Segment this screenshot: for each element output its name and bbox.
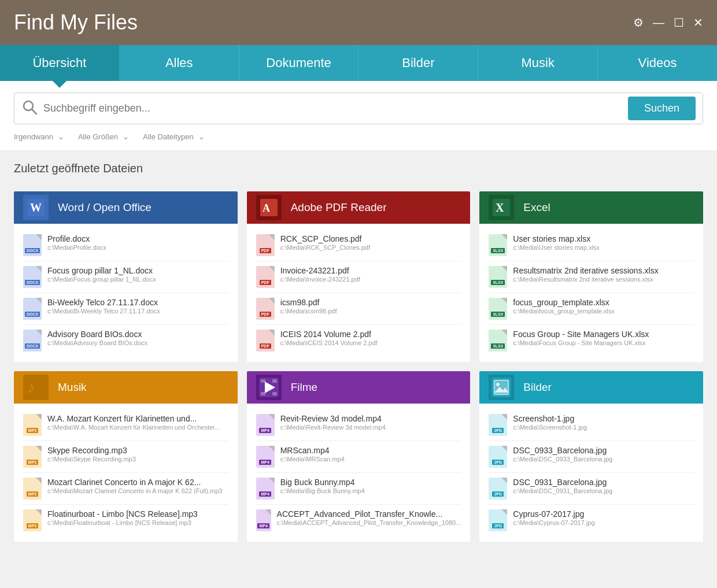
filter-time[interactable]: Irgendwann⌄ xyxy=(14,132,64,141)
file-path: c:\Media\Advisory Board BIOs.docx xyxy=(47,339,147,346)
bilder-app-icon xyxy=(489,375,514,400)
card-title-filme: Filme xyxy=(291,381,317,394)
file-path: c:\Media\icsm98.pdf xyxy=(280,308,337,315)
file-type-icon: JPG xyxy=(489,414,507,436)
svg-line-1 xyxy=(32,109,37,114)
file-type-icon: DOCX xyxy=(23,330,42,352)
svg-text:W: W xyxy=(30,201,42,214)
file-name: RCK_SCP_Clones.pdf xyxy=(280,234,370,243)
list-item[interactable]: MP3 Skype Recording.mp3 c:\Media\Skype R… xyxy=(23,441,228,473)
file-name: Bi-Weekly Telco 27.11.17.docx xyxy=(47,298,160,307)
file-type-icon: XLSX xyxy=(489,266,507,288)
file-path: c:\Media\Bi-Weekly Telco 27.11.17.docx xyxy=(47,308,160,315)
app-title: Find My Files xyxy=(14,10,138,35)
list-item[interactable]: MP3 Mozart Clarinet Concerto in A major … xyxy=(23,473,228,505)
list-item[interactable]: MP4 ACCEPT_Advanced_Pilot_Transfer_Knowl… xyxy=(256,505,461,536)
search-area: Suchen Irgendwann⌄Alle Größen⌄Alle Datei… xyxy=(0,81,717,150)
list-item[interactable]: PDF icsm98.pdf c:\Media\icsm98.pdf xyxy=(256,293,461,325)
file-type-icon: DOCX xyxy=(23,234,42,256)
tab-videos[interactable]: Videos xyxy=(598,45,717,81)
maximize-icon[interactable]: ☐ xyxy=(674,16,684,29)
list-item[interactable]: DOCX Advisory Board BIOs.docx c:\Media\A… xyxy=(23,325,228,356)
close-icon[interactable]: ✕ xyxy=(693,16,703,29)
list-item[interactable]: DOCX Focus group pillar 1_NL.docx c:\Med… xyxy=(23,261,228,293)
tab-dokumente[interactable]: Dokumente xyxy=(239,45,359,81)
file-path: c:\Media\W.A. Mozart Konzert für Klarine… xyxy=(47,424,220,431)
card-bilder: Bilder JPG Screenshot-1.jpg c:\Media\Scr… xyxy=(479,371,703,542)
minimize-icon[interactable]: — xyxy=(653,16,664,29)
file-name: Screenshot-1.jpg xyxy=(513,414,587,423)
file-type-icon: MP3 xyxy=(23,446,42,468)
file-name: Cyprus-07-2017.jpg xyxy=(513,509,594,519)
list-item[interactable]: JPG DSC_0933_Barcelona.jpg c:\Media\DSC_… xyxy=(489,441,694,473)
file-name: Big Buck Bunny.mp4 xyxy=(280,478,365,487)
list-item[interactable]: MP4 Revit-Review 3d model.mp4 c:\Media\R… xyxy=(256,409,461,441)
list-item[interactable]: JPG Screenshot-1.jpg c:\Media\Screenshot… xyxy=(489,409,694,441)
file-type-icon: MP4 xyxy=(256,446,275,468)
card-header-excel: X Excel xyxy=(479,191,703,224)
chevron-down-icon: ⌄ xyxy=(123,132,129,141)
card-title-pdf: Adobe PDF Reader xyxy=(291,201,387,214)
filter-type[interactable]: Alle Dateitypen⌄ xyxy=(143,132,204,141)
search-input[interactable] xyxy=(43,102,622,114)
list-item[interactable]: PDF Invoice-243221.pdf c:\Media\Invoice-… xyxy=(256,261,461,293)
card-files-pdf: PDF RCK_SCP_Clones.pdf c:\Media\RCK_SCP_… xyxy=(247,224,471,362)
file-name: ICEIS 2014 Volume 2.pdf xyxy=(280,330,378,339)
list-item[interactable]: XLSX focus_group_template.xlsx c:\Media\… xyxy=(489,293,694,325)
svg-rect-14 xyxy=(272,392,277,395)
file-type-icon: JPG xyxy=(489,446,507,468)
file-name: Resultsmatrix 2nd iterative sessions.xls… xyxy=(513,266,658,275)
card-pdf: A Adobe PDF Reader PDF RCK_SCP_Clones.pd… xyxy=(247,191,471,362)
list-item[interactable]: PDF ICEIS 2014 Volume 2.pdf c:\Media\ICE… xyxy=(256,325,461,356)
filme-app-icon xyxy=(256,375,282,400)
file-name: DSC_0933_Barcelona.jpg xyxy=(513,446,612,455)
card-word: W Word / Open Office DOCX Profile.docx c… xyxy=(14,191,238,362)
card-files-word: DOCX Profile.docx c:\Media\Profile.docx … xyxy=(14,224,238,362)
list-item[interactable]: XLSX Resultsmatrix 2nd iterative session… xyxy=(489,261,694,293)
card-excel: X Excel XLSX User stories map.xlsx c:\Me… xyxy=(479,191,703,362)
tab-ubersicht[interactable]: Übersicht xyxy=(0,45,120,81)
file-type-icon: DOCX xyxy=(23,298,42,320)
file-path: c:\Media\Big Buck Bunny.mp4 xyxy=(280,487,365,494)
settings-icon[interactable]: ⚙ xyxy=(633,16,644,29)
list-item[interactable]: XLSX User stories map.xlsx c:\Media\User… xyxy=(489,230,694,261)
filter-size[interactable]: Alle Größen⌄ xyxy=(78,132,129,141)
file-type-icon: MP3 xyxy=(23,509,42,531)
list-item[interactable]: DOCX Bi-Weekly Telco 27.11.17.docx c:\Me… xyxy=(23,293,228,325)
card-title-excel: Excel xyxy=(523,201,550,214)
excel-app-icon: X xyxy=(489,195,514,220)
window-controls: ⚙ — ☐ ✕ xyxy=(633,16,703,29)
nav-tabs: ÜbersichtAllesDokumenteBilderMusikVideos xyxy=(0,45,717,81)
file-path: c:\Media\ICEIS 2014 Volume 2.pdf xyxy=(280,339,378,346)
file-path: c:\Media\Focus group pillar 1_NL.docx xyxy=(47,276,156,283)
list-item[interactable]: MP3 Floatinurboat - Limbo [NCS Release].… xyxy=(23,505,228,536)
chevron-down-icon: ⌄ xyxy=(198,132,205,141)
svg-rect-11 xyxy=(261,379,265,383)
search-icon xyxy=(21,99,38,119)
file-type-icon: PDF xyxy=(256,266,275,288)
list-item[interactable]: JPG Cyprus-07-2017.jpg c:\Media\Cyprus-0… xyxy=(489,505,694,536)
file-type-icon: XLSX xyxy=(489,330,507,352)
list-item[interactable]: DOCX Profile.docx c:\Media\Profile.docx xyxy=(23,230,228,261)
list-item[interactable]: JPG DSC_0931_Barcelona.jpg c:\Media\DSC_… xyxy=(489,473,694,505)
list-item[interactable]: MP3 W.A. Mozart Konzert für Klarinetten … xyxy=(23,409,228,441)
file-type-icon: PDF xyxy=(256,298,275,320)
file-path: c:\Media\Invoice-243221.pdf xyxy=(280,276,360,283)
file-path: c:\Media\Revit-Review 3d model.mp4 xyxy=(280,424,386,431)
recent-section: Zuletzt geöffnete Dateien xyxy=(0,150,717,191)
tab-bilder[interactable]: Bilder xyxy=(358,45,478,81)
tab-musik[interactable]: Musik xyxy=(478,45,598,81)
list-item[interactable]: MP4 MRScan.mp4 c:\Media\MRScan.mp4 xyxy=(256,441,461,473)
list-item[interactable]: XLSX Focus Group - Site Managers UK.xlsx… xyxy=(489,325,694,356)
file-name: Floatinurboat - Limbo [NCS Release].mp3 xyxy=(47,509,198,519)
recent-title: Zuletzt geöffnete Dateien xyxy=(14,162,703,175)
tab-alles[interactable]: Alles xyxy=(120,45,239,81)
file-type-icon: DOCX xyxy=(23,266,42,288)
list-item[interactable]: PDF RCK_SCP_Clones.pdf c:\Media\RCK_SCP_… xyxy=(256,230,461,261)
svg-rect-12 xyxy=(272,379,277,383)
search-button[interactable]: Suchen xyxy=(628,97,696,120)
pdf-app-icon: A xyxy=(256,195,282,220)
list-item[interactable]: MP4 Big Buck Bunny.mp4 c:\Media\Big Buck… xyxy=(256,473,461,505)
file-type-icon: MP4 xyxy=(256,478,275,500)
file-path: c:\Media\Screenshot-1.jpg xyxy=(513,424,587,431)
